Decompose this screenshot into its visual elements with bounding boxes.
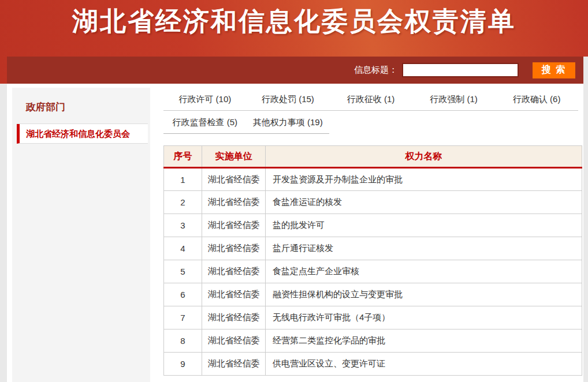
tab-xingzheng-zhengshou[interactable]: 行政征收 (1): [329, 88, 412, 110]
search-bar: 信息标题： 搜 索: [7, 57, 583, 84]
sidebar-item-label: 湖北省经济和信息化委员会: [26, 129, 130, 138]
table-row: 7 湖北省经信委 无线电行政许可审批（4子项）: [164, 306, 582, 329]
page-title: 湖北省经济和信息化委员会权责清单: [0, 0, 588, 39]
tab-xingzheng-chufa[interactable]: 行政处罚 (15): [247, 88, 330, 110]
cell-index: 9: [164, 353, 202, 376]
tab-xingzheng-queren[interactable]: 行政确认 (6): [495, 88, 578, 110]
content-area: 政府部门 湖北省经济和信息化委员会 行政许可 (10) 行政处罚 (15) 行政…: [7, 84, 583, 382]
table-row: 3 湖北省经信委 盐的批发许可: [164, 214, 582, 237]
main-panel: 行政许可 (10) 行政处罚 (15) 行政征收 (1) 行政强制 (1) 行政…: [150, 88, 570, 376]
cell-unit: 湖北省经信委: [202, 283, 266, 306]
table-row: 2 湖北省经信委 食盐准运证的核发: [164, 191, 582, 214]
cell-power-name: 经营第二类监控化学品的审批: [266, 329, 582, 353]
col-header-index: 序号: [164, 146, 202, 168]
col-header-power-name: 权力名称: [266, 146, 582, 168]
cell-index: 5: [164, 260, 202, 283]
cell-power-name: 供电营业区设立、变更许可证: [266, 353, 582, 376]
tab-xingzheng-qiangzhi[interactable]: 行政强制 (1): [412, 88, 496, 110]
cell-power-name: 盐斤通行证核发: [266, 237, 582, 260]
cell-index: 1: [164, 168, 202, 191]
table-row: 1 湖北省经信委 开发盐资源及开办制盐企业的审批: [164, 168, 582, 191]
cell-power-name: 开发盐资源及开办制盐企业的审批: [266, 168, 582, 191]
sidebar: 政府部门 湖北省经济和信息化委员会: [12, 88, 150, 382]
tab-qita-quanli[interactable]: 其他权力事项 (19): [247, 111, 330, 133]
col-header-unit: 实施单位: [202, 146, 266, 168]
cell-unit: 湖北省经信委: [202, 306, 266, 329]
cell-unit: 湖北省经信委: [202, 260, 266, 283]
page: 湖北省经济和信息化委员会权责清单 信息标题： 搜 索 政府部门 湖北省经济和信息…: [0, 0, 588, 382]
header-banner: 湖北省经济和信息化委员会权责清单 信息标题： 搜 索: [0, 0, 588, 84]
cell-index: 8: [164, 329, 202, 353]
cell-index: 6: [164, 283, 202, 306]
tab-xingzheng-xuke[interactable]: 行政许可 (10): [163, 88, 247, 110]
cell-power-name: 食盐准运证的核发: [266, 191, 582, 214]
cell-index: 2: [164, 191, 202, 214]
cell-index: 4: [164, 237, 202, 260]
search-button[interactable]: 搜 索: [533, 62, 575, 78]
cell-unit: 湖北省经信委: [202, 237, 266, 260]
cell-power-name: 无线电行政许可审批（4子项）: [266, 306, 582, 329]
cell-unit: 湖北省经信委: [202, 329, 266, 353]
scrollbar-track[interactable]: [583, 57, 588, 84]
cell-power-name: 融资性担保机构的设立与变更审批: [266, 283, 582, 306]
table-row: 4 湖北省经信委 盐斤通行证核发: [164, 237, 582, 260]
cell-unit: 湖北省经信委: [202, 353, 266, 376]
cell-unit: 湖北省经信委: [202, 168, 266, 191]
tab-row-2: 行政监督检查 (5) 其他权力事项 (19): [163, 111, 329, 134]
table-row: 8 湖北省经信委 经营第二类监控化学品的审批: [164, 329, 582, 353]
sidebar-heading: 政府部门: [26, 100, 150, 114]
power-list-table: 序号 实施单位 权力名称 1 湖北省经信委 开发盐资源及开办制盐企业的审批 2 …: [163, 145, 582, 376]
sidebar-item-department[interactable]: 湖北省经济和信息化委员会: [17, 124, 148, 144]
tab-row-1: 行政许可 (10) 行政处罚 (15) 行政征收 (1) 行政强制 (1) 行政…: [163, 88, 578, 111]
table-row: 9 湖北省经信委 供电营业区设立、变更许可证: [164, 353, 582, 376]
cell-index: 3: [164, 214, 202, 237]
cell-power-name: 盐的批发许可: [266, 214, 582, 237]
search-label: 信息标题：: [354, 65, 397, 76]
cell-unit: 湖北省经信委: [202, 191, 266, 214]
cell-power-name: 食盐定点生产企业审核: [266, 260, 582, 283]
tab-jiandu-jiancha[interactable]: 行政监督检查 (5): [163, 111, 247, 133]
table-row: 5 湖北省经信委 食盐定点生产企业审核: [164, 260, 582, 283]
cell-unit: 湖北省经信委: [202, 214, 266, 237]
search-input[interactable]: [402, 63, 519, 77]
cell-index: 7: [164, 306, 202, 329]
table-row: 6 湖北省经信委 融资性担保机构的设立与变更审批: [164, 283, 582, 306]
table-header-row: 序号 实施单位 权力名称: [164, 146, 582, 168]
